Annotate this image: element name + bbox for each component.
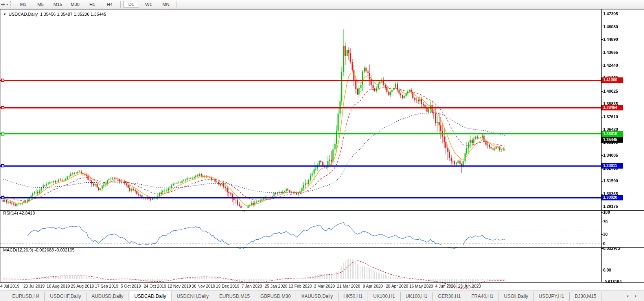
tab-usdcnh-daily[interactable]: USDCNH,Daily [171,292,214,301]
current-price-tag: 1.35445 [602,137,623,143]
x-axis-date-label: 25 Jan 2020 [265,284,287,288]
main-rsi-pane-separator[interactable] [0,208,644,211]
cursor-tool-button[interactable]: ✛ ▾ [0,2,9,7]
rsi-axis-tick-label: 70 [603,219,608,224]
tab-hk50-h1[interactable]: HK50,H1 [339,292,368,301]
macd-current-values: -0.002688 -0.002105 [34,248,74,252]
timeframe-button-h1[interactable]: H1 [85,1,100,8]
timeframe-button-m30[interactable]: M30 [67,1,83,8]
tab-usdjpy-h1[interactable]: USDJPY,H1 [534,292,569,301]
toolbar-separator [120,1,121,8]
macd-indicator-name: MACD(12,26,9) [3,248,33,252]
x-axis-date-label: 19 Dec 2019 [216,284,239,288]
x-axis-date-label: 12 Nov 2019 [167,284,191,288]
rsi-axis-tick-label: 30 [603,232,608,237]
tab-dj30-m15[interactable]: DJ30,M15 [570,292,602,301]
level-line-136015[interactable] [0,133,601,134]
chart-top-border [0,9,644,9]
level-anchor-133011[interactable] [1,164,4,167]
tabs-scroll-right-button[interactable]: ▸ [635,294,637,298]
level-anchor-138464[interactable] [1,106,4,109]
x-axis-date-label: 4 Jun 2020 [435,284,456,288]
y-axis-tick-label: 1.43665 [603,50,618,55]
chart-left-border [0,9,0,282]
chart-canvas[interactable] [0,9,644,301]
y-axis-tick-label: 1.42440 [603,63,618,68]
timeframe-button-mn[interactable]: MN [158,1,174,8]
toolbar-separator [177,1,177,8]
tab-gbpusd-m30[interactable]: GBPUSD,M30 [255,292,296,301]
timeframe-button-m1[interactable]: M1 [15,1,31,8]
level-line-133011[interactable] [0,165,601,167]
symbol-tab-bar: EURUSD,H4USDCHF,DailyAUDUSD,DailyUSDCAD,… [0,290,644,301]
chart-bottom-border [0,282,644,283]
tab-usdchf-daily[interactable]: USDCHF,Daily [45,292,86,301]
chart-ohlc-values: 1.35456 1.35487 1.35236 1.35445 [40,12,106,17]
tabs-scroll-left-button[interactable]: ◂ [626,294,628,298]
y-axis-tick-label: 1.37610 [603,114,618,119]
tab-usoil-daily[interactable]: USOil,Daily [499,292,534,301]
level-price-tag-141060: 1.41060 [602,77,623,83]
tab-uk100-h1[interactable]: UK100,H1 [401,292,433,301]
timeframe-button-w1[interactable]: W1 [141,1,156,8]
level-price-tag-130020: 1.30020 [602,195,623,200]
chevron-down-icon: ▾ [6,3,8,6]
macd-pane-label: MACD(12,26,9) -0.002688 -0.002105 [3,248,75,252]
x-axis-date-label: 10 Aug 2019 [47,284,70,288]
y-axis-tick-label: 1.34005 [603,153,618,158]
tab-fra40-h1[interactable]: FRA40,H1 [466,292,499,301]
level-anchor-136015[interactable] [1,132,4,136]
rsi-current-value: 42.8413 [19,211,35,215]
toolbar-grip-handle[interactable] [10,1,12,7]
x-axis-date-label: 3 Mar 2020 [314,284,335,288]
x-axis-date-label: 9 Apr 2020 [363,284,383,288]
chart-dropdown-icon[interactable]: ▼ [3,13,6,16]
level-anchor-141060[interactable] [1,79,4,82]
tab-audusd-daily[interactable]: AUDUSD,Daily [86,292,129,301]
x-axis-date-label: 23 Jun 2020 [458,284,481,288]
level-price-tag-136015: 1.36015 [602,131,623,137]
x-axis-date-label: 4 Jul 2019 [0,284,19,288]
rsi-macd-pane-separator[interactable] [0,245,644,248]
rsi-pane-label: RSI(14) 42.8413 [3,211,35,215]
tab-eurusd-m15[interactable]: EURUSD,M15 [214,292,255,301]
y-axis-tick-label: 1.31590 [603,178,618,183]
level-line-141060[interactable] [0,80,601,81]
x-axis-date-label: 7 Jan 2020 [242,284,262,288]
chart-symbol-label: USDCAD,Daily [9,12,38,17]
current-price-line [0,140,601,140]
level-line-130020[interactable] [0,197,601,198]
y-axis-tick-label: 1.47305 [603,11,618,16]
y-axis-tick-label: 1.40025 [603,89,618,94]
cursor-tool-icon: ✛ [1,2,5,7]
x-axis-date-label: 5 Oct 2019 [121,284,141,288]
y-axis-tick-label: 1.46080 [603,24,618,29]
macd-axis-tick-label: 0.00 [603,268,611,272]
price-axis-line [601,9,602,282]
x-axis-date-label: 24 Oct 2019 [144,284,166,288]
level-price-tag-133011: 1.33011 [602,163,623,169]
tab-xauusd-daily[interactable]: XAUUSD,Daily [296,292,338,301]
timeframe-button-m15[interactable]: M15 [50,1,66,8]
x-axis-date-label: 21 Mar 2020 [337,284,360,288]
rsi-indicator-name: RSI(14) [3,211,18,215]
tab-ger30-h1[interactable]: GER30,H1 [433,292,466,301]
level-anchor-130020[interactable] [1,196,4,199]
tab-eurusd-h4[interactable]: EURUSD,H4 [7,292,45,301]
tab-usdcad-daily[interactable]: USDCAD,Daily [129,291,172,301]
x-axis-date-label: 16 May 2020 [409,284,433,288]
tab-uk100-h1[interactable]: UK100,H1 [368,292,400,301]
trading-platform-window: ✛ ▾ M1M5M15M30H1H4D1W1MN ▼ USDCAD,Daily … [0,0,644,301]
timeframe-button-m5[interactable]: M5 [33,1,48,8]
x-axis-date-label: 30 Nov 2019 [192,284,215,288]
x-axis-date-label: 23 Jul 2019 [23,284,44,288]
x-axis-date-label: 29 Aug 2019 [71,284,94,288]
x-axis-date-label: 28 Apr 2020 [386,284,408,288]
timeframe-toolbar: ✛ ▾ M1M5M15M30H1H4D1W1MN [0,0,644,9]
level-line-138464[interactable] [0,107,601,108]
level-price-tag-138464: 1.38464 [602,105,623,110]
x-axis-date-label: 17 Sep 2019 [95,284,118,288]
timeframe-button-h4[interactable]: H4 [102,1,118,8]
timeframe-button-d1[interactable]: D1 [123,1,139,8]
y-axis-tick-label: 1.44890 [603,37,618,42]
